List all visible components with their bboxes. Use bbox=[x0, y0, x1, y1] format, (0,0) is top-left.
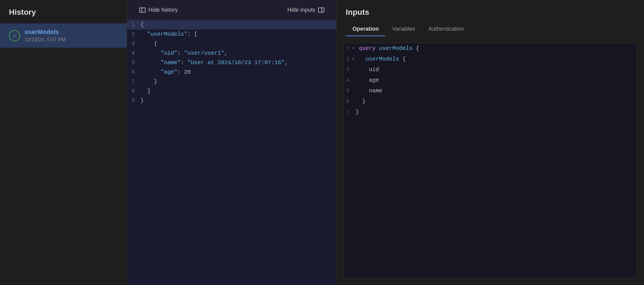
op-line: 3 uid bbox=[344, 64, 637, 75]
op-line: 4 age bbox=[344, 75, 637, 86]
code-editor[interactable]: 1 { 2 "userModels": [ 3 { 4 "uid": "user… bbox=[127, 20, 337, 285]
panel-icon-right bbox=[318, 8, 324, 13]
history-item-name: userModels bbox=[25, 28, 66, 36]
hide-history-button[interactable]: Hide history bbox=[136, 4, 181, 15]
hide-inputs-label: Hide inputs bbox=[287, 7, 315, 13]
hide-history-label: Hide history bbox=[148, 7, 178, 13]
code-line: 3 { bbox=[127, 39, 337, 49]
tab-authentication[interactable]: Authentication bbox=[422, 22, 471, 36]
tab-operation[interactable]: Operation bbox=[346, 22, 385, 36]
op-line: 2 ▾ userModels { bbox=[344, 54, 637, 64]
operation-editor[interactable]: 1 ▾ query userModels { 2 ▾ userModels { … bbox=[344, 43, 637, 278]
panel-icon bbox=[139, 8, 146, 13]
code-line: 1 { bbox=[127, 20, 337, 30]
hide-inputs-button[interactable]: Hide inputs bbox=[284, 4, 328, 15]
inputs-title: Inputs bbox=[337, 8, 644, 22]
inputs-tabs: Operation Variables Authentication bbox=[337, 22, 644, 36]
success-icon: ✓ bbox=[9, 30, 20, 41]
tab-variables[interactable]: Variables bbox=[385, 22, 422, 36]
middle-panel: Hide history Hide inputs 1 { 2 "userMode… bbox=[127, 0, 337, 285]
code-line: 2 "userModels": [ bbox=[127, 30, 337, 39]
middle-toolbar: Hide history Hide inputs bbox=[127, 0, 337, 20]
code-line: 7 } bbox=[127, 77, 337, 86]
history-item[interactable]: ✓ userModels 10/23/24, 5:07 PM bbox=[0, 23, 127, 48]
op-line: 6 } bbox=[344, 96, 637, 107]
history-item-time: 10/23/24, 5:07 PM bbox=[25, 37, 66, 43]
inputs-panel: Inputs Operation Variables Authenticatio… bbox=[337, 0, 644, 285]
code-line: 6 "age": 20 bbox=[127, 67, 337, 77]
code-line: 9 } bbox=[127, 96, 337, 105]
code-line: 4 "uid": "user/user1", bbox=[127, 49, 337, 58]
code-line: 5 "name": "User at 2024/10/23 17:07:16", bbox=[127, 58, 337, 67]
op-line: 5 name bbox=[344, 86, 637, 96]
op-line: 7 } bbox=[344, 107, 637, 117]
code-line: 8 ] bbox=[127, 86, 337, 96]
main-layout: History ✓ userModels 10/23/24, 5:07 PM H… bbox=[0, 0, 644, 285]
history-panel: History ✓ userModels 10/23/24, 5:07 PM bbox=[0, 0, 127, 285]
op-line: 1 ▾ query userModels { bbox=[344, 43, 637, 54]
history-title: History bbox=[0, 8, 127, 23]
